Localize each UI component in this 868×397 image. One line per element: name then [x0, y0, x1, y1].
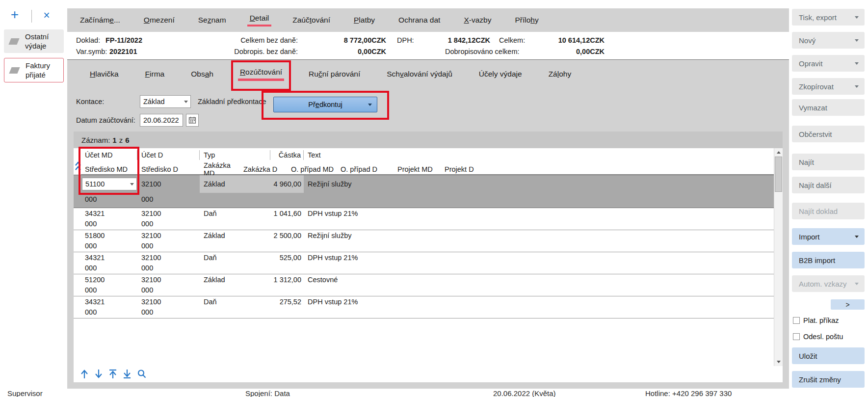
button-novy[interactable]: Nový: [792, 32, 865, 49]
move-down-icon[interactable]: [94, 368, 104, 380]
column-header[interactable]: Účet MD: [81, 150, 137, 160]
checkbox-plat-prikaz[interactable]: Plat. příkaz: [793, 317, 839, 324]
scrollbar-thumb[interactable]: [775, 157, 782, 192]
checkbox-odesl-postu[interactable]: Odesl. poštu: [793, 333, 843, 341]
cell-text: Režijní služby: [304, 230, 774, 241]
subtab-firma[interactable]: Firma: [145, 70, 165, 79]
table-row[interactable]: 34321 32100 Daň 525,00 DPH vstup 21% 000…: [74, 252, 783, 274]
button-ulozit[interactable]: Uložit: [792, 347, 865, 364]
column-header[interactable]: O. případ MD: [287, 165, 337, 173]
tab-x-vazby[interactable]: X-vazby: [464, 16, 491, 25]
button-obcerstvit[interactable]: Občerstvit: [792, 126, 865, 142]
close-agenda-button[interactable]: ×: [39, 8, 54, 23]
tab-ochrana-dat[interactable]: Ochrana dat: [398, 16, 440, 25]
column-header[interactable]: Typ: [200, 150, 270, 160]
celkem-value: 10 614,12CZK: [531, 36, 605, 44]
button-najit-dalsi[interactable]: Najít další: [792, 177, 865, 193]
table-row[interactable]: 34321 32100 Daň 1 041,60 DPH vstup 21% 0…: [74, 208, 783, 230]
subtab-obsah[interactable]: Obsah: [191, 70, 213, 79]
cell-typ: Základ: [200, 230, 270, 241]
table-row[interactable]: 51800 32100 Základ 2 500,00 Režijní služ…: [74, 230, 783, 252]
cell-stredisko-d: 000: [137, 219, 200, 230]
checkbox-icon[interactable]: [793, 333, 800, 340]
sidebar-item-faktury-prijate[interactable]: Faktury přijaté: [4, 58, 64, 82]
dobropis-bez-dane-label: Dobropis. bez daně:: [200, 48, 298, 55]
button-label: B2B import: [799, 256, 835, 265]
varsymb-label: Var.symb:: [76, 48, 107, 55]
column-header[interactable]: O. případ D: [337, 165, 394, 173]
agenda-icon: [8, 38, 19, 45]
column-header[interactable]: Projekt D: [441, 165, 774, 173]
main-panel: Začínáme... Omezení Seznam Detail Zaúčto…: [67, 8, 789, 389]
checkbox-icon[interactable]: [793, 317, 800, 324]
subtab-zalohy[interactable]: Zálohy: [549, 70, 572, 79]
tab-platby[interactable]: Platby: [354, 16, 375, 25]
add-agenda-button[interactable]: +: [7, 7, 23, 23]
tab-prilohy[interactable]: Přílohy: [515, 16, 538, 25]
button-more[interactable]: >: [831, 299, 865, 310]
subtab-schvalovani-vydaju[interactable]: Schvalování výdajů: [387, 70, 452, 79]
table-row[interactable]: 51100 32100 Základ 4 960,00 Režijní služ…: [74, 175, 783, 208]
cell-stredisko-d: 000: [137, 308, 200, 318]
kontace-combobox[interactable]: Základ: [140, 95, 191, 108]
button-zrusit-zmeny[interactable]: Zrušit změny: [792, 371, 865, 388]
column-header[interactable]: Text: [304, 150, 774, 160]
button-label: Najít doklad: [799, 207, 838, 215]
predkontuj-button[interactable]: Předkontuj: [273, 97, 377, 112]
search-icon[interactable]: [136, 368, 147, 380]
cell-stredisko-md: 000: [81, 264, 137, 274]
cell-castka: 1 041,60: [270, 208, 304, 219]
column-header[interactable]: Částka: [270, 150, 304, 160]
button-label: Import: [799, 233, 820, 241]
tab-omezeni[interactable]: Omezení: [144, 16, 175, 25]
table-row[interactable]: 51200 32100 Základ 1 312,00 Cestovné 000…: [74, 274, 783, 296]
column-header[interactable]: Projekt MD: [394, 165, 441, 173]
button-b2b-import[interactable]: B2B import: [792, 252, 865, 268]
tab-zauctovani[interactable]: Zaúčtování: [292, 16, 330, 25]
datum-zauctovani-input[interactable]: 20.06.2022: [140, 114, 183, 127]
button-tisk-export[interactable]: Tisk, export: [792, 9, 865, 26]
move-up-icon[interactable]: [79, 368, 89, 380]
subtab-ucely-vydaje[interactable]: Účely výdaje: [479, 70, 522, 79]
cell-stredisko-d: 000: [137, 241, 200, 252]
dobropisovano-value: 0,00CZK: [531, 48, 605, 55]
collapse-chevrons-icon[interactable]: [74, 160, 82, 173]
table-row[interactable]: 34321 32100 Daň 275,52 DPH vstup 21% 000…: [74, 296, 783, 318]
rozuctovani-form: Kontace: Základ Základní předkontace Pře…: [67, 88, 789, 132]
calendar-icon[interactable]: [186, 114, 199, 127]
button-najit[interactable]: Najít: [792, 154, 865, 170]
column-header[interactable]: Středisko MD: [81, 165, 137, 173]
subtab-rucni-parovani[interactable]: Ruční párování: [309, 70, 360, 79]
column-header[interactable]: Středisko D: [137, 165, 200, 173]
ucet-md-combobox[interactable]: 51100: [82, 178, 137, 190]
subtab-rozuctovani[interactable]: Rozúčtování: [240, 68, 282, 81]
dph-label: DPH:: [397, 36, 414, 44]
cell-ucet-d: 32100: [137, 274, 200, 286]
right-action-sidebar: Tisk, export Nový Opravit Zkopírovat Vym…: [789, 0, 868, 397]
doklad-label: Doklad:: [76, 36, 100, 44]
column-header[interactable]: Účet D: [137, 150, 200, 160]
tab-seznam[interactable]: Seznam: [198, 16, 226, 25]
button-autom-vzkazy[interactable]: Autom. vzkazy: [792, 275, 865, 292]
cell-typ: Základ: [200, 175, 270, 193]
celkem-bez-dane-value: 8 772,00CZK: [313, 36, 386, 44]
move-to-bottom-icon[interactable]: [122, 368, 132, 380]
tab-detail[interactable]: Detail: [250, 14, 269, 26]
button-opravit[interactable]: Opravit: [792, 55, 865, 72]
tab-zaciname[interactable]: Začínáme...: [80, 16, 120, 25]
move-to-top-icon[interactable]: [108, 368, 118, 380]
button-zkopirovat[interactable]: Zkopírovat: [792, 78, 865, 95]
scroll-down-icon[interactable]: [774, 358, 783, 366]
subtab-hlavicka[interactable]: Hlavička: [90, 70, 119, 79]
button-vymazat[interactable]: Vymazat: [792, 99, 865, 116]
column-header[interactable]: Zakázka D: [239, 165, 287, 173]
vertical-scrollbar[interactable]: [774, 148, 783, 366]
button-najit-doklad[interactable]: Najít doklad: [792, 203, 865, 219]
sidebar-item-ostatni-vydaje[interactable]: Ostatní výdaje: [4, 29, 64, 53]
cell-ucet-md: 51800: [81, 230, 137, 241]
status-hotline: Hotline: +420 296 397 330: [645, 389, 732, 397]
button-label: Nový: [799, 36, 815, 45]
status-date: 20.06.2022 (Květa): [493, 389, 556, 397]
scroll-up-icon[interactable]: [774, 148, 783, 157]
button-import[interactable]: Import: [792, 228, 865, 245]
